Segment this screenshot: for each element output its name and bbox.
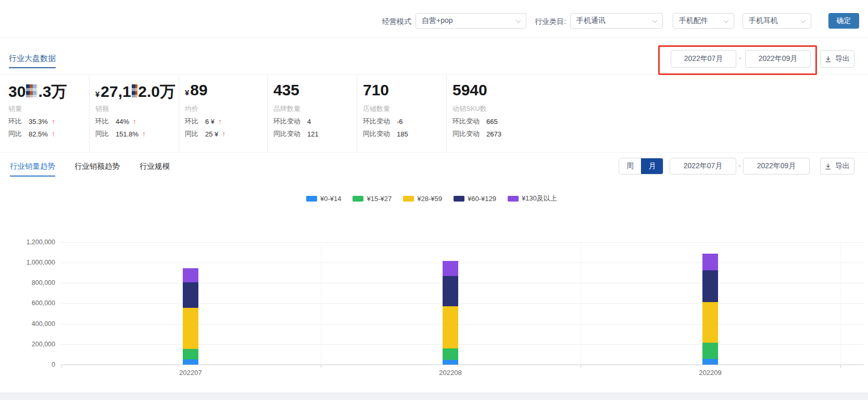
kpi-metric-key: 环比: [185, 117, 198, 126]
kpi-metric-key: 同比: [185, 129, 198, 139]
category-select-1[interactable]: 手机通讯: [570, 13, 663, 29]
bar-column-202207: [183, 268, 198, 365]
chevron-down-icon: [652, 18, 658, 23]
legend-item-¥130及以上[interactable]: ¥130及以上: [508, 194, 557, 203]
y-axis-tick-label: 1,200,000: [0, 239, 55, 246]
gridline: [61, 262, 864, 263]
category-select-3-value: 手机耳机: [749, 16, 778, 26]
kpi-metric-key: 同比变动: [363, 129, 390, 139]
period-month-button[interactable]: 月: [641, 158, 663, 174]
kpi-value: 435: [273, 81, 354, 100]
date-range-separator: -: [739, 54, 741, 62]
kpi-metric-key: 同比: [95, 129, 109, 139]
y-axis-tick-label: 200,000: [0, 341, 55, 348]
bar-segment-¥60-¥129: [702, 270, 718, 303]
legend-swatch: [508, 196, 519, 202]
kpi-metric-value: 82.5%: [29, 130, 48, 138]
x-axis-label: 202207: [167, 369, 214, 377]
kpi-metric-value: 151.8%: [116, 130, 139, 138]
legend-item-¥60-¥129[interactable]: ¥60-¥129: [454, 195, 496, 203]
period-week-button[interactable]: 周: [619, 158, 641, 174]
kpi-metric-key: 环比: [95, 117, 109, 126]
overview-date-end-input[interactable]: 2022年09月: [745, 50, 811, 68]
currency-symbol: ¥: [95, 90, 99, 98]
legend-item-¥0-¥14[interactable]: ¥0-¥14: [306, 195, 341, 203]
kpi-label: 销量: [8, 104, 86, 114]
tab-industry-sales-amount-trend[interactable]: 行业销额趋势: [74, 161, 120, 171]
kpi-label: 动销SKU数: [452, 104, 865, 114]
chevron-down-icon: [516, 18, 521, 23]
category-select-2[interactable]: 手机配件: [673, 13, 734, 29]
kpi-metric-row: 环比6 ¥↑: [185, 117, 264, 126]
kpi-metric-value: 121: [307, 130, 319, 138]
up-arrow-icon: ↑: [133, 117, 136, 126]
bar-column-202208: [443, 261, 458, 365]
tab-industry-sales-volume-trend[interactable]: 行业销量趋势: [10, 161, 55, 177]
legend-label: ¥0-¥14: [320, 195, 341, 203]
overview-date-start-input[interactable]: 2022年07月: [671, 50, 736, 68]
bar-segment-¥130及以上: [183, 268, 198, 282]
bar-column-202209: [702, 254, 718, 365]
kpi-value-text: .3万: [38, 81, 67, 103]
kpi-metric-value: 2673: [486, 130, 501, 138]
y-axis-tick-label: 600,000: [0, 299, 55, 307]
up-arrow-icon: ↑: [222, 130, 225, 138]
legend-label: ¥28-¥59: [417, 195, 442, 203]
page-background-strip: [0, 393, 868, 400]
trend-date-range-separator: -: [738, 161, 741, 170]
gridline: [61, 344, 864, 345]
export-label: 导出: [835, 54, 850, 64]
business-mode-value: 自营+pop: [422, 16, 453, 26]
overview-export-button[interactable]: 导出: [820, 50, 854, 68]
legend-item-¥28-¥59[interactable]: ¥28-¥59: [403, 195, 442, 203]
trend-date-end-input[interactable]: 2022年09月: [743, 158, 810, 174]
export-label: 导出: [835, 161, 850, 171]
up-arrow-icon: ↑: [52, 117, 55, 126]
x-axis-tick: [840, 365, 841, 368]
kpi-value: 5940: [452, 81, 865, 100]
y-axis-tick-label: 800,000: [0, 279, 55, 286]
chevron-down-icon: [801, 18, 806, 23]
y-axis-tick-label: 1,000,000: [0, 259, 55, 266]
currency-symbol: ¥: [185, 88, 189, 97]
category-select-3[interactable]: 手机耳机: [743, 13, 811, 29]
kpi-metric-row: 同比25 ¥↑: [185, 129, 264, 139]
kpi-value: ¥89: [185, 81, 264, 100]
legend-label: ¥60-¥129: [468, 195, 496, 203]
kpi-metric-row: 环比变动-6: [363, 117, 443, 126]
bar-segment-¥28-¥59: [443, 306, 458, 348]
gridline: [61, 324, 864, 324]
download-icon: [825, 163, 832, 170]
bar-segment-¥0-¥14: [443, 360, 458, 365]
kpi-metric-row: 同比变动2673: [452, 129, 865, 139]
trend-date-start-input[interactable]: 2022年07月: [670, 158, 736, 174]
kpi-metric-row: 同比151.8%↑: [95, 129, 175, 139]
kpi-metric-key: 同比变动: [452, 129, 480, 139]
tab-industry-scale[interactable]: 行业规模: [140, 161, 170, 171]
confirm-button[interactable]: 确定: [828, 13, 859, 29]
bar-segment-¥60-¥129: [183, 282, 198, 308]
business-mode-select[interactable]: 自营+pop: [416, 13, 526, 29]
category-select-1-value: 手机通讯: [576, 16, 606, 26]
chevron-down-icon: [724, 18, 729, 23]
x-split-line: [840, 242, 841, 365]
kpi-metric-value: 6 ¥: [205, 118, 215, 126]
kpi-metric-key: 环比变动: [273, 117, 300, 126]
industry-category-label: 行业类目:: [535, 17, 566, 27]
overview-section-header: 行业大盘数据 2022年07月 - 2022年09月 导出: [0, 38, 868, 75]
y-axis-tick-label: 400,000: [0, 320, 55, 328]
bar-segment-¥15-¥27: [702, 343, 718, 359]
legend-item-¥15-¥27[interactable]: ¥15-¥27: [353, 195, 392, 203]
kpi-value-text: 5940: [452, 81, 487, 99]
kpi-metric-row: 环比35.3%↑: [8, 117, 86, 126]
up-arrow-icon: ↑: [142, 130, 146, 138]
kpi-metric-value: 25 ¥: [205, 130, 218, 138]
trend-export-button[interactable]: 导出: [820, 158, 854, 174]
overview-title-tab[interactable]: 行业大盘数据: [9, 54, 56, 68]
kpi-metric-value: 665: [486, 118, 498, 126]
kpi-card-sales-amount: ¥27,12.0万销额环比44%↑同比151.8%↑: [90, 75, 179, 152]
kpi-metric-key: 同比: [8, 129, 22, 139]
kpi-metric-key: 同比变动: [273, 129, 300, 139]
kpi-value-text: 27,1: [100, 83, 131, 101]
x-axis-line: [61, 365, 864, 365]
